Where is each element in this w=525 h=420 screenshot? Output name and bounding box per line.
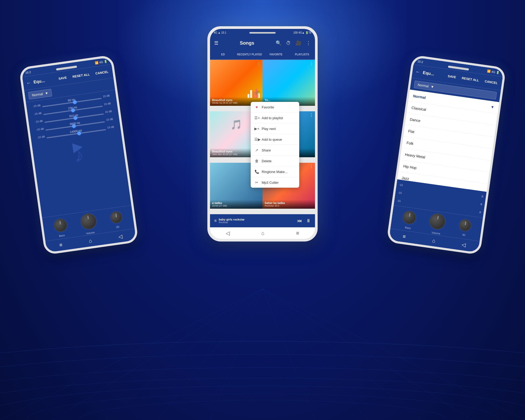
left-bass-knob-wrap: [52, 216, 70, 234]
eq-band1-right: 15 dB: [103, 94, 112, 98]
tab-favorite[interactable]: FAVORITE: [263, 50, 289, 59]
left-cancel-btn[interactable]: CANCEL: [93, 69, 111, 77]
context-delete[interactable]: 🗑 Delete: [251, 156, 299, 166]
share-icon: ↗: [254, 148, 259, 152]
song-1-more-btn[interactable]: ⋮: [257, 61, 261, 66]
left-bass-knob-container: Bass: [52, 216, 70, 238]
context-share[interactable]: ↗ Share: [251, 145, 299, 156]
context-menu: ♥ Favorite ☰+ Add to playlist ▶+ Play ne…: [251, 102, 299, 188]
center-nav-menu[interactable]: ≡: [296, 230, 299, 236]
tab-recently-played[interactable]: RECENTLY PLAYED: [236, 50, 263, 59]
left-status-time: 15:2: [25, 70, 31, 74]
add-playlist-icon: ☰+: [254, 116, 259, 120]
context-ringtone[interactable]: 📞 Ringtone Make...: [251, 166, 299, 177]
left-nav-home[interactable]: ⌂: [88, 238, 92, 244]
delete-icon: 🗑: [254, 159, 259, 163]
eq-band2-left: -15 dB: [31, 112, 42, 116]
song-card-6-overlay: Saher ka ladka Rockstar 30:0: [262, 200, 315, 209]
eq-visual: ▶ ♫: [53, 137, 104, 175]
songs-grid: 🌴 Beautifull eyes Minde roj 29:31 (27 MB…: [210, 60, 315, 214]
eq-band3-right: 15 dB: [105, 109, 114, 113]
left-3d-label: 3D: [116, 225, 119, 229]
dropdown-hip-hop-label: Hip Hop: [403, 164, 417, 170]
left-phone: 15:2 📶 4G 🔋 ← Equ... SAVE RESET ALL CANC…: [19, 55, 139, 255]
song-4-more-btn[interactable]: ⋮: [309, 113, 313, 117]
favorite-icon: ♥: [254, 105, 259, 109]
context-play-next[interactable]: ▶+ Play next: [251, 123, 299, 134]
right-preset-label: Normal: [417, 83, 429, 88]
center-timer-btn[interactable]: ⏱: [285, 39, 292, 47]
left-back-btn[interactable]: ←: [25, 79, 33, 87]
eq-band5-left: -15 dB: [34, 135, 45, 139]
eq-band3-left: -15 dB: [32, 119, 43, 123]
left-network: 4G: [99, 60, 103, 64]
right-cancel-btn[interactable]: CANCEL: [482, 78, 500, 86]
song-6-more-btn[interactable]: ⋮: [309, 164, 313, 169]
dropdown-classical-label: Classical: [411, 106, 427, 112]
add-queue-icon: ☰▶: [254, 137, 259, 141]
right-3d-knob-container: 3D: [456, 217, 473, 237]
left-preset-selector[interactable]: Normal ▼: [28, 89, 52, 99]
center-nav-bar: ◁ ⌂ ≡: [210, 227, 315, 239]
tab-playlists[interactable]: PLAYLISTS: [289, 50, 315, 59]
right-reset-btn[interactable]: RESET ALL: [459, 75, 481, 83]
dropdown-normal-check: ▼: [490, 105, 495, 109]
right-back-btn[interactable]: ←: [414, 68, 422, 76]
context-share-label: Share: [262, 148, 271, 152]
right-nav-back[interactable]: ◁: [461, 242, 466, 248]
center-nav-home[interactable]: ⌂: [261, 230, 265, 236]
right-nav-menu[interactable]: ≡: [402, 233, 406, 240]
right-status-time: 15:2: [417, 60, 423, 64]
right-phone: 15:2 📶 4G 🔋 ← Equ... SAVE RESET ALL CANC…: [386, 55, 506, 255]
left-dropdown-icon: ▼: [45, 91, 49, 96]
song-2-more-btn[interactable]: ⋮: [309, 61, 313, 66]
center-status-icons: 100 4G▲ 🔋78: [293, 31, 311, 34]
eq-band4-right: 15 dB: [106, 117, 116, 121]
eq-band1-left: -15 dB: [30, 104, 41, 108]
play-pause-btn[interactable]: ⏸: [306, 218, 311, 224]
prev-btn[interactable]: ⏮: [297, 218, 302, 224]
dropdown-normal-label: Normal: [413, 94, 426, 100]
right-dropdown-icon: ▼: [430, 85, 434, 89]
left-nav-back[interactable]: ◁: [118, 233, 123, 240]
song-2-title: Ye...: [265, 98, 313, 102]
left-volume-knob-wrap: [78, 211, 99, 232]
context-mp3-cutter[interactable]: ✂ Mp3 Cutter: [251, 177, 299, 188]
left-nav-menu[interactable]: ≡: [59, 242, 63, 248]
context-add-playlist-label: Add to playlist: [262, 116, 283, 120]
left-preset-label: Normal: [32, 92, 43, 97]
center-tab-bar: ED RECENTLY PLAYED FAVORITE PLAYLISTS: [210, 50, 315, 60]
eq-band5-right: 15 dB: [107, 125, 117, 129]
center-video-btn[interactable]: 🎥: [295, 39, 302, 47]
tab-ed[interactable]: ED: [210, 50, 236, 59]
song-card-1[interactable]: 🌴 Beautifull eyes Minde roj 29:31 (27 MB…: [210, 60, 262, 106]
left-3d-knob-container: 3D: [108, 209, 125, 229]
song-card-2[interactable]: Ye... To... ⋮: [262, 60, 315, 106]
left-reset-btn[interactable]: RESET ALL: [70, 71, 92, 80]
right-status-icons: 📶 4G 🔋: [487, 69, 500, 75]
center-nav-back[interactable]: ◁: [226, 230, 230, 236]
eq-band1-thumb[interactable]: [73, 100, 77, 104]
play-next-icon: ▶+: [254, 127, 259, 131]
song-card-5-overlay: a ladka 29:59 (27 MB): [210, 200, 262, 209]
player-menu-icon: ≡: [214, 218, 217, 223]
left-bass-label: Bass: [59, 234, 65, 237]
song-6-title: Saher ka ladka: [265, 201, 313, 204]
center-more-btn[interactable]: ⋮: [305, 39, 312, 47]
right-network: 4G: [491, 70, 495, 74]
player-artist: Rockstar: [219, 221, 295, 224]
context-add-queue-label: Add to queue: [262, 138, 282, 141]
dropdown-dance-label: Dance: [410, 117, 421, 123]
center-search-btn[interactable]: 🔍: [275, 39, 282, 47]
center-menu-btn[interactable]: ☰: [213, 39, 219, 47]
right-save-btn[interactable]: SAVE: [445, 73, 458, 80]
right-dropdown-list: Normal ▼ Classical Dance Flat Folk Heavy…: [397, 90, 499, 192]
context-favorite[interactable]: ♥ Favorite: [251, 102, 299, 113]
right-nav-home[interactable]: ⌂: [432, 237, 436, 244]
center-app-bar: ☰ Songs 🔍 ⏱ 🎥 ⋮: [210, 36, 315, 50]
context-add-queue[interactable]: ☰▶ Add to queue: [251, 134, 299, 145]
left-save-btn[interactable]: SAVE: [56, 74, 69, 82]
context-add-playlist[interactable]: ☰+ Add to playlist: [251, 113, 299, 123]
context-delete-label: Delete: [262, 159, 272, 163]
song-6-meta: Rockstar 30:0: [265, 204, 313, 207]
